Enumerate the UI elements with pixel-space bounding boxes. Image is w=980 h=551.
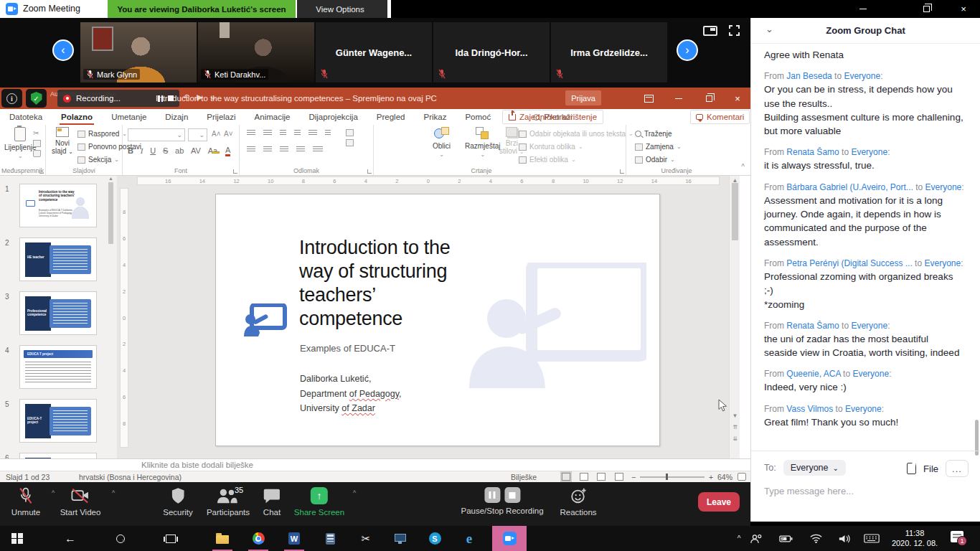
- sender-name[interactable]: Bárbara Gabriel (U.Aveiro, Port...: [786, 182, 913, 192]
- bold-icon[interactable]: B: [128, 146, 133, 155]
- sender-name[interactable]: Renata Šamo: [786, 321, 839, 331]
- text-align-vertical-icon[interactable]: [346, 129, 354, 136]
- format-painter-icon[interactable]: [33, 150, 41, 157]
- justify-icon[interactable]: [296, 146, 305, 153]
- slide-thumbnail[interactable]: 4 Introduction to the way of structuring…: [0, 345, 117, 399]
- bullets-icon[interactable]: [247, 130, 255, 136]
- scrollbar-thumb[interactable]: [732, 183, 738, 240]
- ppt-restore-button[interactable]: [696, 88, 722, 109]
- start-button[interactable]: [1, 526, 33, 551]
- participant-tile[interactable]: Keti Darakhv... Keti Darakhv...: [198, 22, 314, 83]
- tray-wifi-button[interactable]: [805, 526, 826, 551]
- strikethrough-icon[interactable]: S: [163, 146, 168, 155]
- line-spacing-icon[interactable]: [308, 130, 317, 136]
- tray-battery-button[interactable]: [775, 526, 796, 551]
- section-button[interactable]: Sekcija⌄: [77, 156, 119, 164]
- participant-tile[interactable]: Günter Wagene... Günter Wagene...: [316, 22, 432, 83]
- fit-to-window-icon[interactable]: [738, 473, 746, 481]
- window-close-button[interactable]: ×: [951, 0, 976, 18]
- reactions-button[interactable]: Reactions: [560, 487, 596, 517]
- task-view-button[interactable]: [155, 526, 187, 551]
- numbering-icon[interactable]: [263, 130, 272, 136]
- select-button[interactable]: Odabir⌄: [635, 156, 675, 164]
- collapse-chat-icon[interactable]: ⌄: [765, 24, 773, 34]
- underline-icon[interactable]: U: [150, 146, 156, 155]
- taskbar-clock[interactable]: 11:38 2020. 12. 08.: [888, 528, 941, 548]
- filmstrip-next-button[interactable]: ›: [677, 39, 698, 61]
- recipient-name[interactable]: Everyone: [925, 182, 962, 192]
- layout-button[interactable]: Raspored⌄: [77, 130, 127, 138]
- previous-slide-icon[interactable]: ⇈: [730, 424, 740, 430]
- replace-button[interactable]: Zamjena⌄: [635, 143, 682, 151]
- participant-tile[interactable]: Irma Grdzelidze... Irma Grdzelidze...: [551, 22, 667, 83]
- normal-view-icon[interactable]: [562, 473, 570, 481]
- sender-name[interactable]: Petra Perényi (Digital Success ...: [786, 258, 912, 268]
- recipient-dropdown[interactable]: Everyone ⌄: [783, 460, 846, 476]
- fullscreen-icon[interactable]: [729, 25, 740, 36]
- align-left-icon[interactable]: [247, 146, 255, 153]
- unmute-button[interactable]: Unmute: [11, 487, 40, 517]
- tray-volume-button[interactable]: [834, 526, 855, 551]
- dialog-launcher-icon[interactable]: [233, 169, 237, 174]
- thumbnails-scrollbar[interactable]: ▲: [107, 176, 115, 458]
- ribbon-tab[interactable]: Animacije: [253, 109, 292, 125]
- chat-input[interactable]: Type message here...: [764, 486, 854, 496]
- mic-options-icon[interactable]: ^: [52, 489, 55, 496]
- highlight-color-icon[interactable]: [212, 145, 220, 154]
- scroll-down-icon[interactable]: ▼: [730, 413, 740, 419]
- slide-thumbnail[interactable]: 5 Introduction to the way of structuring…: [0, 399, 117, 453]
- show-hidden-icons-button[interactable]: ^: [732, 526, 746, 551]
- editor-scrollbar[interactable]: ▲ ▼ ⇈ ⇊: [729, 176, 740, 458]
- dialog-launcher-icon[interactable]: [620, 169, 624, 174]
- zoom-out-icon[interactable]: −: [631, 473, 636, 481]
- remote-desktop-button[interactable]: [385, 526, 416, 551]
- ribbon-tab[interactable]: Prikaz: [422, 109, 448, 125]
- align-center-icon[interactable]: [263, 146, 272, 153]
- pause-recording-icon[interactable]: [484, 487, 500, 503]
- chat-button[interactable]: Chat: [263, 487, 281, 517]
- slide-sorter-view-icon[interactable]: [580, 473, 588, 481]
- comments-button[interactable]: Komentari: [690, 110, 750, 124]
- ribbon-tab[interactable]: Prijelazi: [205, 109, 237, 125]
- character-spacing-icon[interactable]: AV: [191, 146, 201, 155]
- action-center-button[interactable]: 1: [951, 531, 963, 542]
- tray-people-button[interactable]: [746, 526, 766, 551]
- ribbon-tab[interactable]: Pregled: [375, 109, 407, 125]
- chat-message-list[interactable]: From to : Agree with Renata From Jan Bes…: [751, 48, 980, 450]
- recipient-name[interactable]: Everyone: [924, 258, 961, 268]
- tray-keyboard-button[interactable]: [859, 526, 884, 551]
- columns-icon[interactable]: [313, 146, 323, 153]
- chrome-button[interactable]: [242, 526, 274, 551]
- text-shadow-icon[interactable]: ab: [175, 146, 184, 155]
- scrollbar-thumb[interactable]: [108, 182, 113, 244]
- slide-thumbnail[interactable]: 1 Introduction to the way of structuring…: [0, 184, 117, 237]
- slide-subtitle[interactable]: Examples of EDUCA-T: [300, 343, 395, 354]
- back-button[interactable]: ←: [55, 526, 86, 551]
- zoom-level[interactable]: 64%: [717, 473, 732, 481]
- edge-button[interactable]: e: [453, 526, 485, 551]
- share-button[interactable]: Zajedničko korištenje: [502, 110, 603, 124]
- file-button[interactable]: File: [923, 463, 938, 474]
- slide-thumbnail[interactable]: 2 Introduction to the way of structuring…: [0, 237, 117, 291]
- italic-icon[interactable]: I: [141, 146, 143, 155]
- shape-outline-button[interactable]: Kontura oblika⌄: [519, 143, 583, 151]
- shrink-font-icon[interactable]: A˅: [224, 130, 233, 138]
- arrange-button[interactable]: Razmještaj ⌄: [465, 127, 500, 159]
- decrease-indent-icon[interactable]: [280, 130, 286, 136]
- file-explorer-button[interactable]: [207, 526, 238, 551]
- font-name-combo[interactable]: ⌄: [128, 128, 185, 141]
- recipient-name[interactable]: Everyone: [844, 71, 880, 81]
- collapse-ribbon-icon[interactable]: ^: [741, 163, 745, 171]
- slide-canvas[interactable]: Introduction to the way of structuring t…: [215, 194, 660, 446]
- ribbon-tab[interactable]: Umetanje: [110, 109, 148, 125]
- zoom-app-button-active[interactable]: [492, 526, 527, 551]
- stop-recording-icon[interactable]: [504, 487, 520, 503]
- recipient-name[interactable]: Everyone: [852, 369, 889, 379]
- sender-name[interactable]: Vass Vilmos: [786, 404, 833, 414]
- share-options-icon[interactable]: ^: [353, 489, 356, 496]
- ribbon-tab[interactable]: Datoteka: [8, 109, 44, 125]
- zoom-in-icon[interactable]: +: [709, 473, 713, 481]
- slide-thumbnail[interactable]: 3 Introduction to the way of structuring…: [0, 291, 117, 345]
- next-slide-icon[interactable]: ⇊: [730, 435, 740, 442]
- notes-pane[interactable]: Kliknite da biste dodali bilješke: [0, 458, 750, 471]
